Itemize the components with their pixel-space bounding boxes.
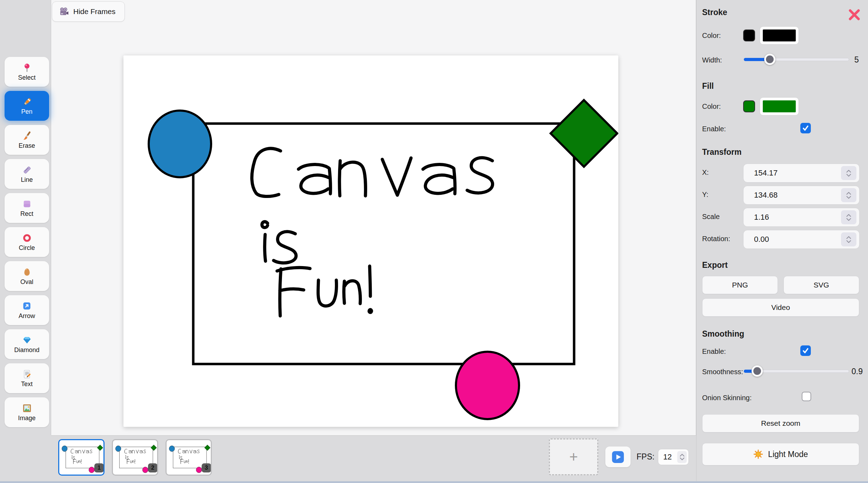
tool-label: Diamond <box>14 346 39 354</box>
smoothing-enable-checkbox[interactable] <box>800 345 811 356</box>
smoothness-label: Smoothness: <box>702 368 743 376</box>
tool-button-erase[interactable]: Erase <box>5 125 49 155</box>
export-png-button[interactable]: PNG <box>702 276 778 294</box>
animation-app: Hide Frames SelectPenEraseLineRectCircle… <box>0 0 868 483</box>
hide-frames-label: Hide Frames <box>73 7 115 16</box>
smoothness-value: 0.9 <box>852 367 863 376</box>
export-video-button[interactable]: Video <box>702 298 859 317</box>
smoothing-section-title: Smoothing <box>702 329 744 339</box>
framed-picture-icon <box>22 403 32 413</box>
light-mode-label: Light Mode <box>768 450 808 459</box>
frame-thumbnail-3[interactable]: 3 <box>166 439 212 476</box>
smoothness-slider-thumb[interactable] <box>752 365 763 377</box>
fill-color-picker[interactable] <box>760 97 799 115</box>
transform-input-1[interactable]: 134.68 <box>743 186 860 205</box>
tool-button-select[interactable]: Select <box>5 57 49 87</box>
spin-buttons[interactable] <box>841 210 856 224</box>
transform-value: 1.16 <box>743 213 841 222</box>
play-button[interactable] <box>605 446 631 467</box>
fps-label: FPS: <box>637 452 654 462</box>
transform-section-title: Transform <box>702 147 741 157</box>
tool-button-oval[interactable]: Oval <box>5 261 49 291</box>
purple-square-icon <box>22 199 32 209</box>
spin-buttons[interactable] <box>841 232 856 246</box>
gem-icon <box>22 335 32 345</box>
spin-buttons[interactable] <box>841 188 856 202</box>
fps-spin-buttons[interactable] <box>677 451 687 463</box>
onion-skinning-checkbox[interactable] <box>802 392 811 401</box>
transform-label-0: X: <box>702 168 709 177</box>
ruler-icon <box>22 165 32 175</box>
pencil-icon <box>22 97 32 107</box>
tool-label: Select <box>18 74 35 81</box>
tool-button-rect[interactable]: Rect <box>5 193 49 223</box>
onion-skinning-label: Onion Skinning: <box>702 394 752 402</box>
stroke-color-picker[interactable] <box>760 26 799 45</box>
movie-camera-icon <box>59 6 69 17</box>
tool-button-diamond[interactable]: Diamond <box>5 329 49 359</box>
stroke-section-title: Stroke <box>702 8 727 17</box>
canvas-artwork <box>123 55 618 427</box>
fill-color-swatch[interactable] <box>743 100 755 112</box>
fps-value: 12 <box>658 452 677 462</box>
pushpin-icon <box>22 62 32 73</box>
close-icon[interactable] <box>847 8 861 22</box>
tool-label: Rect <box>20 210 33 218</box>
tool-label: Pen <box>21 108 32 115</box>
transform-label-1: Y: <box>702 191 708 199</box>
stroke-width-slider[interactable] <box>744 53 849 65</box>
inspector-panel: Stroke Color: Width: 5 Fill Color: Enabl… <box>696 0 868 483</box>
transform-value: 154.17 <box>743 168 841 178</box>
transform-label-3: Rotation: <box>702 235 730 243</box>
smoothing-enable-label: Enable: <box>702 348 726 356</box>
drawing-canvas[interactable] <box>123 55 618 427</box>
frames-strip: 123 + FPS: 12 <box>51 435 696 482</box>
tool-button-arrow[interactable]: Arrow <box>5 295 49 325</box>
light-mode-button[interactable]: Light Mode <box>702 443 859 465</box>
stroke-width-label: Width: <box>702 56 722 64</box>
reset-zoom-button[interactable]: Reset zoom <box>702 414 859 432</box>
tool-label: Circle <box>19 244 35 252</box>
fill-enable-checkbox[interactable] <box>800 123 811 133</box>
sun-icon <box>753 449 763 459</box>
stroke-color-label: Color: <box>702 32 721 40</box>
tool-button-line[interactable]: Line <box>5 159 49 189</box>
add-frame-button[interactable]: + <box>549 438 598 475</box>
tool-button-circle[interactable]: Circle <box>5 227 49 257</box>
frame-thumbnail-2[interactable]: 2 <box>112 439 158 476</box>
paintbrush-icon <box>22 131 32 141</box>
fill-section-title: Fill <box>702 81 714 91</box>
transform-input-2[interactable]: 1.16 <box>743 208 860 227</box>
play-icon <box>612 451 624 463</box>
transform-label-2: Scale <box>702 213 720 221</box>
frame-number-badge: 1 <box>94 463 104 472</box>
tool-label: Text <box>21 381 33 388</box>
egg-icon <box>22 267 32 277</box>
transform-input-0[interactable]: 154.17 <box>743 164 860 183</box>
window-bottom-edge <box>0 481 868 483</box>
stroke-color-swatch[interactable] <box>743 29 755 41</box>
stroke-width-value: 5 <box>854 55 859 65</box>
fps-input[interactable]: 12 <box>658 449 689 465</box>
stroke-width-slider-thumb[interactable] <box>764 54 775 65</box>
red-ring-icon <box>22 233 32 243</box>
tool-button-image[interactable]: Image <box>5 397 49 427</box>
check-icon <box>800 123 811 133</box>
spin-buttons[interactable] <box>841 166 856 180</box>
transform-input-3[interactable]: 0.00 <box>743 230 860 249</box>
smoothness-slider[interactable] <box>744 365 849 377</box>
frame-thumbnail-1[interactable]: 1 <box>58 439 105 476</box>
tool-label: Line <box>21 176 33 184</box>
tool-label: Arrow <box>19 312 35 320</box>
tool-label: Image <box>18 415 35 422</box>
fill-enable-label: Enable: <box>702 125 726 133</box>
tool-button-text[interactable]: Text <box>5 363 49 393</box>
tool-button-pen[interactable]: Pen <box>5 91 49 121</box>
tool-label: Erase <box>19 142 35 150</box>
export-svg-button[interactable]: SVG <box>783 276 859 294</box>
memo-icon <box>22 369 32 379</box>
hide-frames-button[interactable]: Hide Frames <box>52 1 125 22</box>
fill-color-label: Color: <box>702 102 721 111</box>
transform-value: 0.00 <box>743 235 841 244</box>
arrow-up-right-icon <box>22 301 32 311</box>
